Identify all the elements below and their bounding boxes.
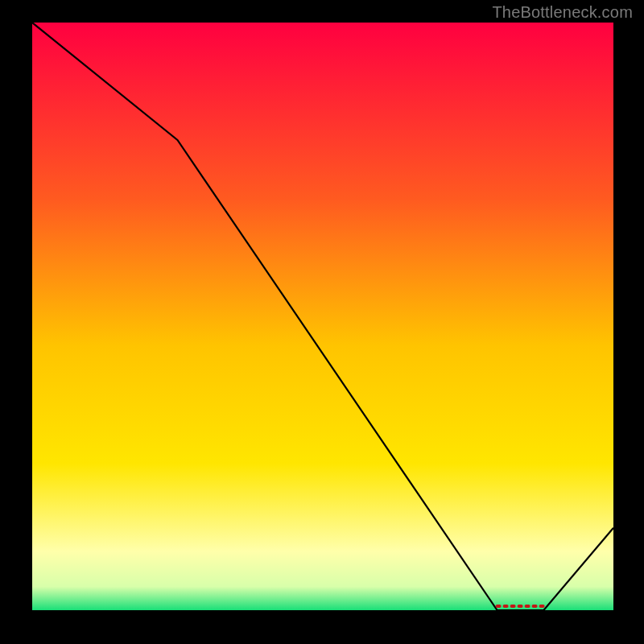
watermark-text: TheBottleneck.com bbox=[492, 3, 633, 22]
plot-background bbox=[32, 23, 613, 610]
chart-svg bbox=[0, 0, 644, 644]
chart-root: TheBottleneck.com bbox=[0, 0, 644, 644]
